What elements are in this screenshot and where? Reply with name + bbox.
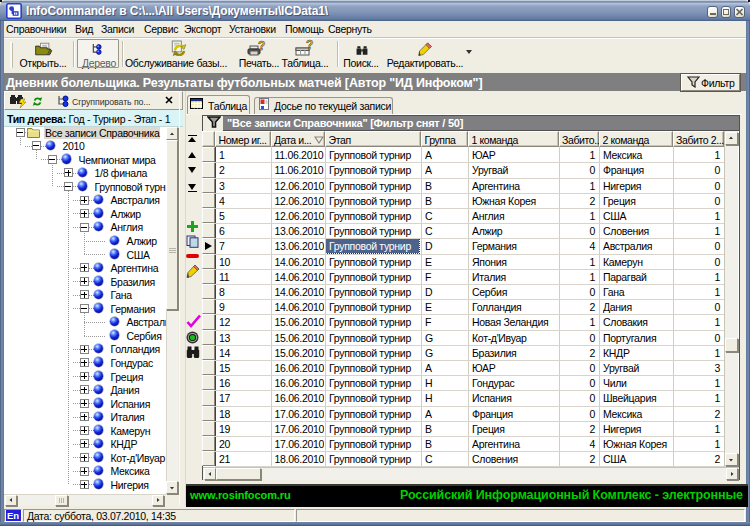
svg-text:?: ? (306, 39, 313, 52)
svg-text:?: ? (258, 40, 265, 53)
